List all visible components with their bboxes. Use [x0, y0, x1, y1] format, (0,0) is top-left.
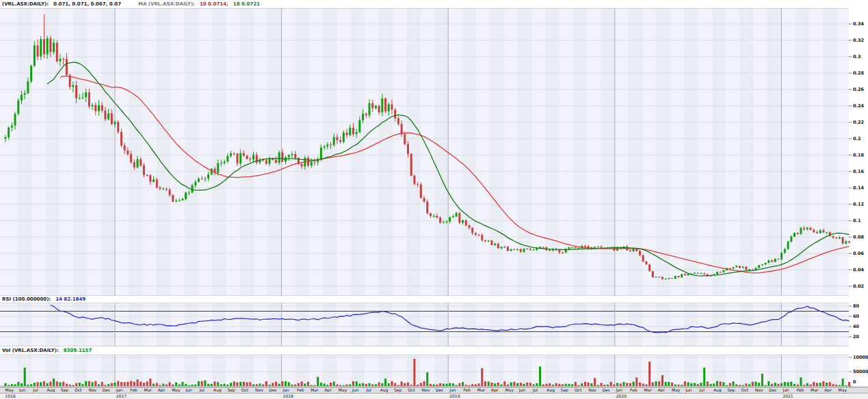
- month-label: Feb: [630, 388, 637, 392]
- month-label: Jul: [533, 388, 538, 392]
- month-label: Jun: [685, 388, 692, 392]
- month-label: Aug: [713, 388, 722, 392]
- month-label: Aug: [47, 388, 55, 392]
- month-label: Jun: [19, 388, 25, 392]
- month-label: Feb: [797, 388, 804, 392]
- volume-tick-label: 0: [853, 380, 856, 385]
- price-tick-label: 0.14: [853, 186, 864, 191]
- charting-app-window: (VRL.ASX:DAILY): 0.071, 0.071, 0.067, 0.…: [0, 0, 868, 399]
- month-label: Jan: [283, 388, 289, 392]
- year-label: 2019: [449, 394, 460, 398]
- month-label: May: [172, 388, 180, 392]
- month-label: Sep: [227, 388, 235, 392]
- price-tick-label: 0.2: [853, 137, 861, 141]
- month-label: Jun: [352, 388, 358, 392]
- price-tick-label: 0.32: [853, 38, 864, 43]
- month-label: Dec: [103, 388, 111, 392]
- month-label: Jan: [782, 388, 789, 392]
- price-tick-label: 0.18: [853, 153, 864, 158]
- chart-canvas[interactable]: [0, 0, 868, 399]
- price-tick-label: 0.3: [853, 55, 861, 59]
- month-label: Feb: [297, 388, 304, 392]
- month-label: Dec: [603, 388, 611, 392]
- month-label: Jan: [616, 388, 622, 392]
- month-label: Nov: [755, 388, 763, 392]
- month-label: May: [672, 388, 680, 392]
- year-axis-row[interactable]: [0, 393, 868, 399]
- price-tick-label: 0.12: [853, 202, 864, 207]
- month-label: Nov: [588, 388, 596, 392]
- symbol-label: (VRL.ASX:DAILY):: [2, 1, 49, 7]
- price-tick-label: 0.06: [853, 251, 864, 256]
- price-tick-label: 0.26: [853, 87, 864, 92]
- month-label: Dec: [436, 388, 444, 392]
- month-label: Feb: [464, 388, 471, 392]
- year-label: 2020: [616, 394, 627, 398]
- price-tick-label: 0.24: [853, 104, 864, 109]
- month-label: Aug: [213, 388, 222, 392]
- month-label: Sep: [727, 388, 735, 392]
- month-label: Jul: [33, 388, 38, 392]
- month-label: Aug: [380, 388, 389, 392]
- year-label: 2017: [116, 394, 127, 398]
- month-label: Oct: [741, 388, 748, 392]
- month-label: Apr: [658, 388, 665, 392]
- ma-label: MA (VRL.ASX:DAILY):: [138, 1, 195, 7]
- month-label: Apr: [491, 388, 498, 392]
- month-label: Jun: [186, 388, 192, 392]
- price-tick-label: 0.34: [853, 22, 864, 27]
- month-label: Nov: [255, 388, 263, 392]
- month-label: Oct: [575, 388, 581, 392]
- month-label: May: [505, 388, 513, 392]
- year-label: 2016: [5, 394, 16, 398]
- rsi-tick-label: 20: [853, 335, 859, 340]
- rsi-legend: RSI (100.000000): 14 82.1849: [0, 296, 868, 303]
- month-label: Sep: [394, 388, 402, 392]
- month-label: Jul: [700, 388, 705, 392]
- month-label: Sep: [61, 388, 68, 392]
- month-label: Apr: [325, 388, 332, 392]
- month-label: Mar: [811, 388, 818, 392]
- rsi-tick-label: 40: [853, 325, 859, 329]
- month-label: Apr: [158, 388, 165, 392]
- month-label: Nov: [422, 388, 430, 392]
- rsi-tick-label: 80: [853, 304, 859, 309]
- volume-tick-label: 500000: [853, 370, 868, 374]
- rsi-value: 14 82.1849: [55, 297, 86, 302]
- month-label: Jan: [116, 388, 122, 392]
- volume-label: Vol (VRL.ASX:DAILY):: [2, 348, 59, 353]
- price-tick-label: 0.08: [853, 235, 864, 240]
- price-legend: (VRL.ASX:DAILY): 0.071, 0.071, 0.067, 0.…: [0, 0, 868, 8]
- month-label: Nov: [88, 388, 96, 392]
- month-label: Oct: [241, 388, 248, 392]
- volume-value: 8309.1157: [64, 348, 92, 353]
- month-label: Jul: [366, 388, 371, 392]
- volume-tick-label: 1000000: [853, 355, 868, 360]
- month-label: Oct: [75, 388, 81, 392]
- price-tick-label: 0.16: [853, 169, 864, 174]
- ohlc-values: 0.071, 0.071, 0.067, 0.07: [53, 1, 121, 7]
- month-label: Dec: [269, 388, 277, 392]
- price-tick-label: 0.1: [853, 219, 861, 223]
- volume-legend: Vol (VRL.ASX:DAILY): 8309.1157: [0, 346, 868, 355]
- month-label: Jun: [519, 388, 525, 392]
- rsi-label: RSI (100.000000):: [2, 297, 51, 302]
- month-label: Feb: [130, 388, 137, 392]
- month-label: Mar: [477, 388, 485, 392]
- month-label: Sep: [561, 388, 568, 392]
- month-label: Apr: [824, 388, 831, 392]
- month-label: Oct: [408, 388, 415, 392]
- month-label: May: [839, 388, 847, 392]
- price-tick-label: 0.04: [853, 268, 864, 273]
- month-label: Jan: [449, 388, 456, 392]
- rsi-tick-label: 60: [853, 314, 859, 319]
- price-tick-label: 0.02: [853, 284, 864, 289]
- price-tick-label: 0.28: [853, 71, 864, 76]
- month-label: Aug: [547, 388, 555, 392]
- month-label: May: [339, 388, 347, 392]
- year-label: 2018: [283, 394, 293, 398]
- month-label: Mar: [311, 388, 318, 392]
- month-label: Mar: [644, 388, 651, 392]
- price-tick-label: 0.22: [853, 120, 864, 125]
- ma-slow-value: 18 0.0721: [233, 1, 260, 7]
